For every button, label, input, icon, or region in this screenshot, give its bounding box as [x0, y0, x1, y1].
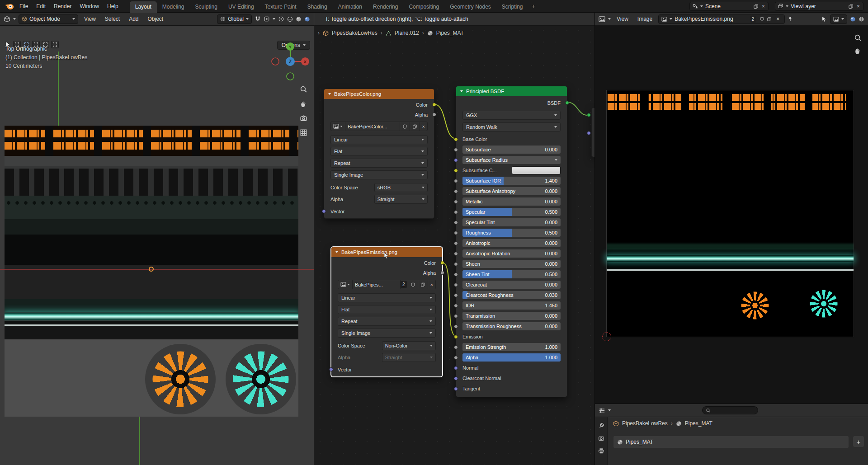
input-slider[interactable]: Metallic 0.000 [462, 197, 561, 206]
add-material-slot-button[interactable]: + [853, 436, 864, 447]
workspace-tab[interactable]: Geometry Nodes [444, 1, 496, 13]
vector-input-socket[interactable] [322, 209, 326, 213]
node-header[interactable]: BakePipesColor.png [324, 89, 434, 99]
pin-icon[interactable] [788, 16, 793, 22]
node-input-row[interactable]: Subsurface 0.000 [456, 145, 567, 155]
input-socket[interactable] [454, 366, 458, 370]
image-icon[interactable] [331, 122, 345, 131]
chevron-down-icon[interactable] [273, 18, 275, 20]
menu-help[interactable]: Help [103, 1, 123, 11]
unlink-icon[interactable]: × [856, 3, 861, 9]
node-input-row[interactable]: Subsurface Anisotropy 0.000 [456, 186, 567, 197]
alpha-output-socket[interactable] [440, 271, 444, 275]
node-input-row[interactable]: Clearcoat Normal [456, 373, 567, 384]
cursor-tool-icon[interactable] [821, 16, 827, 22]
tab-output-printer-icon[interactable] [598, 448, 604, 454]
copy-icon[interactable] [418, 280, 428, 289]
node-input-row[interactable]: Transmission Roughness 0.000 [456, 321, 567, 332]
input-slider[interactable]: IOR 1.450 [462, 301, 561, 310]
workspace-tab[interactable]: Modeling [157, 1, 190, 13]
node-input-row[interactable]: IOR 1.450 [456, 301, 567, 311]
node-dropdown[interactable]: Single Image [338, 329, 436, 338]
2d-cursor[interactable] [602, 332, 611, 341]
image-icon[interactable] [338, 280, 353, 289]
image-datablock-selector[interactable]: BakePipesEmission.png 2 × [658, 14, 785, 24]
menu-view[interactable]: View [613, 16, 632, 22]
input-color-row[interactable]: Subsurface C... [462, 165, 561, 176]
input-socket[interactable] [454, 169, 458, 173]
zoom-icon[interactable] [300, 85, 307, 93]
input-slider[interactable]: Transmission Roughness 0.000 [462, 322, 561, 330]
alpha-mode-dropdown[interactable]: Straight [374, 195, 428, 204]
add-workspace-button[interactable]: + [528, 3, 539, 9]
snap-magnet-icon[interactable] [255, 16, 261, 22]
node-input-row[interactable]: Normal [456, 363, 567, 373]
input-slider[interactable]: Alpha 1.000 [462, 353, 561, 362]
node-input-row[interactable]: Base Color [456, 134, 567, 145]
copy-icon[interactable] [753, 4, 759, 9]
node-dropdown[interactable]: Linear [330, 135, 428, 144]
editor-type-icon[interactable] [599, 407, 605, 414]
input-slider[interactable]: Subsurface Anisotropy 0.000 [462, 187, 561, 195]
menu-object[interactable]: Object [145, 16, 167, 22]
menu-select[interactable]: Select [102, 16, 123, 22]
node-input-row[interactable]: Specular 0.500 [456, 207, 567, 217]
menu-window[interactable]: Window [75, 1, 103, 11]
workspace-tab[interactable]: UV Editing [223, 1, 259, 13]
node-input-row[interactable]: Subsurface Radius [456, 155, 567, 165]
node-input-row[interactable]: Emission [456, 332, 567, 342]
input-slider[interactable]: Subsurface IOR 1.400 [462, 177, 561, 185]
node-input-row[interactable]: Sheen 0.000 [456, 259, 567, 269]
search-input[interactable] [702, 406, 758, 414]
node-input-row[interactable]: Transmission 0.000 [456, 311, 567, 321]
input-socket[interactable] [454, 179, 458, 183]
node-dropdown[interactable]: Repeat [338, 317, 436, 326]
input-socket[interactable] [454, 272, 458, 277]
image-datablock-selector[interactable]: BakePipes... 2 × [338, 280, 436, 289]
input-socket[interactable] [454, 210, 458, 214]
chevron-down-icon[interactable] [608, 409, 611, 411]
workspace-tab[interactable]: Sculpting [190, 1, 223, 13]
image-name[interactable]: BakePipes... [353, 280, 401, 289]
object-origin-dot[interactable] [149, 267, 154, 272]
shading-material-icon[interactable] [304, 16, 310, 22]
input-socket[interactable] [454, 314, 458, 318]
unlink-icon[interactable]: × [774, 14, 782, 23]
input-slider[interactable]: Transmission 0.000 [462, 312, 561, 320]
users-count-badge[interactable]: 2 [750, 16, 756, 23]
copy-icon[interactable] [767, 16, 772, 22]
input-slider[interactable]: Roughness 0.500 [462, 229, 561, 237]
navigation-gizmo[interactable]: Y X Z [269, 39, 311, 83]
input-socket[interactable] [454, 231, 458, 235]
breadcrumb-material[interactable]: Pipes_MAT [436, 30, 464, 36]
color-output-socket[interactable] [432, 103, 436, 107]
node-dropdown[interactable]: Flat [330, 147, 428, 156]
pan-hand-icon[interactable] [854, 47, 862, 55]
input-slider[interactable]: Clearcoat Roughness 0.030 [462, 291, 561, 299]
viewport-canvas[interactable]: Options Top Orthographic (1) Collection … [0, 26, 314, 465]
node-input-row[interactable]: Specular Tint 0.000 [456, 217, 567, 228]
menu-edit[interactable]: Edit [32, 1, 50, 11]
color-space-dropdown[interactable]: sRGB [374, 183, 428, 192]
color-space-dropdown[interactable]: Non-Color [382, 341, 436, 350]
chevron-down-icon[interactable] [13, 18, 16, 20]
editor-type-icon[interactable] [4, 16, 10, 23]
shading-wireframe-icon[interactable] [287, 16, 293, 22]
node-input-row[interactable]: Emission Strength 1.000 [456, 342, 567, 352]
collapse-icon[interactable] [328, 93, 331, 95]
workspace-tab[interactable]: Animation [333, 1, 368, 13]
menu-file[interactable]: File [15, 1, 32, 11]
input-socket[interactable] [454, 189, 458, 193]
fake-user-shield-icon[interactable] [760, 16, 764, 22]
node-input-row[interactable]: Anisotropic 0.000 [456, 238, 567, 249]
snap-target-icon[interactable] [264, 16, 270, 22]
image-name[interactable]: BakePipesColor... [345, 122, 400, 131]
shading-sphere-icon[interactable] [850, 16, 856, 22]
menu-render[interactable]: Render [50, 1, 75, 11]
node-header[interactable]: Principled BSDF [456, 86, 567, 96]
input-socket[interactable] [454, 137, 458, 141]
input-slider[interactable]: Clearcoat 0.000 [462, 281, 561, 289]
node-dropdown[interactable]: Repeat [330, 159, 428, 168]
input-slider[interactable]: Sheen 0.000 [462, 260, 561, 268]
menu-add[interactable]: Add [126, 16, 142, 22]
